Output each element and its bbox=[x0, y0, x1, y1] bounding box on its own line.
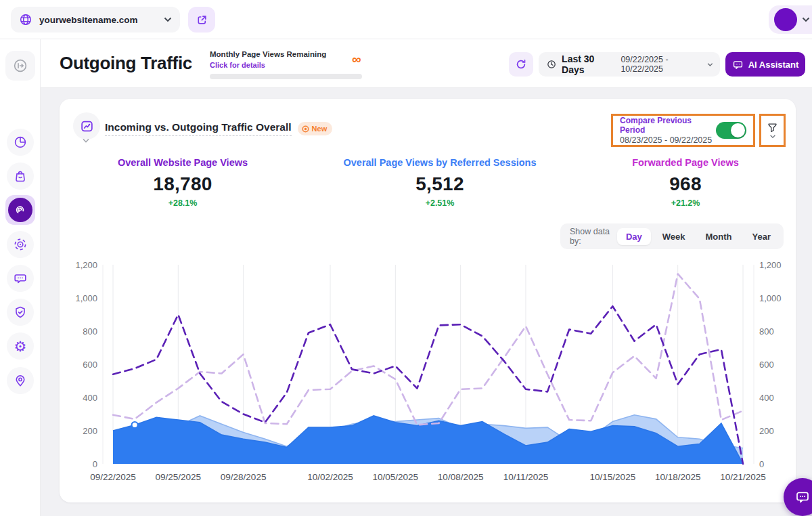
ai-assistant-label: AI Assistant bbox=[748, 60, 799, 70]
granularity-option-week[interactable]: Week bbox=[654, 228, 694, 245]
granularity-label: Show data by: bbox=[570, 227, 610, 246]
metric-label: Forwarded Page Views bbox=[577, 157, 794, 168]
sidebar-nav: ⚙ bbox=[0, 39, 41, 516]
funnel-filter-icon bbox=[767, 123, 777, 133]
user-menu[interactable] bbox=[769, 5, 812, 34]
sidebar-item-store[interactable] bbox=[7, 163, 34, 190]
series-line-page-views-previous-period bbox=[113, 274, 743, 425]
x-tick-label: 10/18/2025 bbox=[655, 472, 701, 482]
collapse-widget-chevron-icon[interactable] bbox=[82, 138, 90, 144]
metric-value: 968 bbox=[577, 173, 794, 195]
collapse-sidebar-button[interactable] bbox=[5, 51, 35, 81]
sidebar-item-settings[interactable]: ⚙ bbox=[7, 332, 34, 360]
quota-widget: Monthly Page Views Remaining Click for d… bbox=[210, 50, 364, 79]
x-tick-label: 10/05/2025 bbox=[373, 472, 419, 482]
date-range-label: Last 30 Days bbox=[562, 53, 612, 75]
chart-filter-button[interactable] bbox=[759, 114, 786, 147]
y-tick-label-left: 200 bbox=[83, 426, 97, 436]
avatar bbox=[774, 8, 797, 31]
new-dot-icon bbox=[302, 125, 309, 133]
page-title: Outgoing Traffic bbox=[60, 53, 192, 74]
x-tick-label: 10/02/2025 bbox=[307, 472, 353, 482]
chevron-down-icon bbox=[802, 17, 810, 22]
card-title[interactable]: Incoming vs. Outgoing Traffic Overall bbox=[105, 121, 292, 136]
infinity-quota-value: ∞ bbox=[352, 53, 361, 66]
clock-icon bbox=[547, 59, 556, 70]
trend-chart-icon bbox=[80, 119, 94, 133]
lens-scan-icon bbox=[14, 238, 27, 251]
new-badge: New bbox=[298, 122, 333, 135]
compare-previous-period-control[interactable]: Compare Previous Period 08/23/2025 - 09/… bbox=[611, 114, 755, 147]
traffic-swirl-icon bbox=[14, 203, 27, 217]
quota-label: Monthly Page Views Remaining bbox=[210, 50, 364, 58]
date-range-value: 09/22/2025 - 10/22/2025 bbox=[621, 55, 702, 74]
refresh-button[interactable] bbox=[509, 52, 533, 77]
compare-range: 08/23/2025 - 09/22/2025 bbox=[620, 135, 716, 145]
x-tick-label: 10/11/2025 bbox=[503, 472, 549, 482]
y-tick-label-left: 400 bbox=[83, 393, 97, 403]
x-tick-label: 10/08/2025 bbox=[438, 472, 484, 482]
traffic-chart: 002002004004006006008008001,0001,0001,20… bbox=[60, 258, 796, 492]
y-tick-label-right: 0 bbox=[759, 459, 764, 469]
sidebar-item-messages[interactable] bbox=[7, 265, 34, 292]
traffic-overview-card: Incoming vs. Outgoing Traffic Overall Ne… bbox=[60, 99, 796, 502]
expand-panel-icon bbox=[13, 58, 28, 73]
metric-change: +28.1% bbox=[74, 198, 291, 208]
y-tick-label-left: 1,200 bbox=[75, 260, 97, 270]
widget-icon-button[interactable] bbox=[73, 112, 100, 139]
compare-toggle[interactable] bbox=[716, 122, 746, 139]
y-tick-label-right: 200 bbox=[759, 426, 774, 436]
support-chat-fab[interactable] bbox=[784, 478, 812, 516]
traffic-chart-svg[interactable]: 002002004004006006008008001,0001,0001,20… bbox=[60, 258, 796, 492]
sidebar-item-tracking[interactable] bbox=[7, 231, 34, 258]
y-tick-label-left: 600 bbox=[83, 360, 97, 370]
sidebar-item-protection[interactable] bbox=[7, 299, 34, 326]
y-tick-label-left: 0 bbox=[93, 459, 97, 469]
y-tick-label-left: 1,000 bbox=[75, 293, 97, 303]
metric-change: +21.2% bbox=[577, 198, 794, 208]
metric-label: Overall Website Page Views bbox=[74, 157, 291, 168]
website-selector[interactable]: yourwebsitename.com bbox=[11, 7, 180, 33]
refresh-icon bbox=[515, 58, 527, 70]
x-tick-label: 09/22/2025 bbox=[90, 472, 136, 482]
quota-progress-bar bbox=[210, 74, 362, 79]
card-title-row: Incoming vs. Outgoing Traffic Overall Ne… bbox=[105, 121, 332, 136]
granularity-option-month[interactable]: Month bbox=[697, 228, 741, 245]
sidebar-item-traffic[interactable] bbox=[5, 195, 35, 225]
granularity-switcher: Show data by: Day Week Month Year bbox=[560, 223, 784, 249]
x-tick-label: 09/25/2025 bbox=[156, 472, 202, 482]
y-tick-label-right: 1,000 bbox=[759, 293, 782, 303]
quota-details-link[interactable]: Click for details bbox=[210, 61, 265, 69]
y-tick-label-right: 400 bbox=[759, 393, 774, 403]
metric-overall-page-views: Overall Website Page Views 18,780 +28.1% bbox=[74, 157, 291, 208]
y-tick-label-right: 600 bbox=[759, 360, 774, 370]
y-tick-label-right: 800 bbox=[759, 326, 774, 337]
shopping-bag-icon bbox=[14, 169, 27, 183]
metric-value: 18,780 bbox=[74, 173, 291, 195]
y-tick-label-left: 800 bbox=[83, 326, 97, 337]
chart-point-marker bbox=[132, 422, 138, 428]
website-name: yourwebsitename.com bbox=[39, 15, 157, 25]
open-website-button[interactable] bbox=[188, 7, 215, 33]
x-tick-label: 10/21/2025 bbox=[720, 472, 766, 482]
gear-icon: ⚙ bbox=[14, 339, 27, 353]
metric-label: Overall Page Views by Referred Sessions bbox=[332, 157, 548, 168]
external-link-icon bbox=[196, 14, 208, 26]
ai-assistant-button[interactable]: AI Assistant bbox=[725, 52, 805, 77]
x-tick-label: 10/15/2025 bbox=[590, 472, 636, 482]
y-tick-label-right: 1,200 bbox=[759, 260, 782, 270]
chat-bubble-icon bbox=[14, 272, 27, 285]
shield-check-icon bbox=[14, 305, 27, 319]
compare-label: Compare Previous Period bbox=[620, 116, 716, 135]
pie-chart-icon bbox=[14, 135, 27, 149]
metric-forwarded-page-views: Forwarded Page Views 968 +21.2% bbox=[577, 157, 794, 208]
granularity-option-year[interactable]: Year bbox=[744, 228, 780, 245]
metric-change: +2.51% bbox=[332, 198, 548, 208]
chevron-down-icon bbox=[707, 62, 713, 67]
granularity-option-day[interactable]: Day bbox=[617, 228, 651, 245]
date-range-selector[interactable]: Last 30 Days 09/22/2025 - 10/22/2025 bbox=[539, 52, 720, 77]
ai-chat-icon bbox=[732, 59, 744, 70]
chevron-down-icon bbox=[769, 135, 776, 139]
sidebar-item-location[interactable] bbox=[7, 367, 34, 394]
sidebar-item-dashboard[interactable] bbox=[7, 129, 34, 156]
